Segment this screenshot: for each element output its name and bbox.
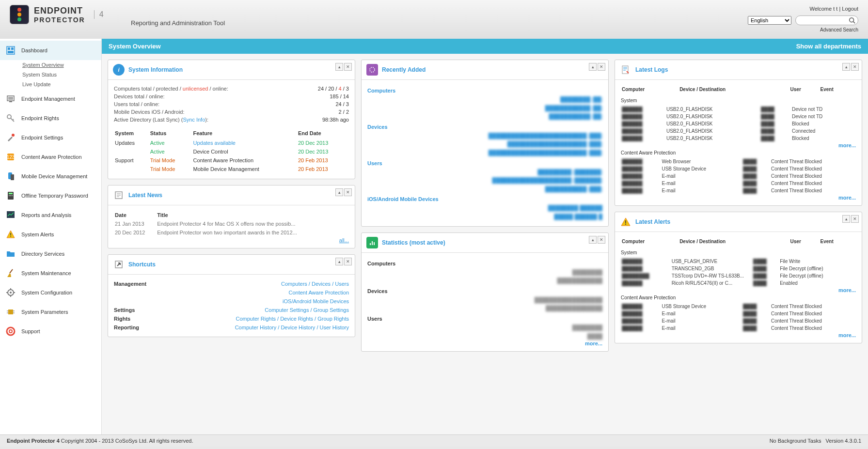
sidebar-sub-live-update[interactable]: Live Update bbox=[22, 79, 101, 89]
blurred-data: ████████ ███████████ ██████ █ bbox=[367, 204, 602, 221]
sidebar-item-mobile-device[interactable]: Mobile Device Management bbox=[0, 167, 101, 186]
logout-link[interactable]: Logout bbox=[842, 6, 858, 12]
latest-alerts-panel: ! Latest Alerts ▴✕ ComputerDevice / Dest… bbox=[615, 212, 862, 343]
close-button[interactable]: ✕ bbox=[851, 63, 859, 71]
chart-icon bbox=[5, 209, 16, 221]
folder-icon bbox=[5, 248, 16, 260]
sidebar-item-system-maintenance[interactable]: System Maintenance bbox=[0, 263, 101, 283]
svg-text:!: ! bbox=[625, 219, 627, 226]
svg-rect-4 bbox=[11, 47, 14, 50]
panel-title: Latest Alerts bbox=[635, 218, 670, 225]
collapse-button[interactable]: ▴ bbox=[842, 63, 850, 71]
collapse-button[interactable]: ▴ bbox=[335, 258, 343, 265]
sidebar-item-label: System Parameters bbox=[21, 309, 68, 315]
svg-line-11 bbox=[13, 119, 14, 120]
sidebar-item-label: Offline Temporary Password bbox=[21, 193, 88, 199]
more-link[interactable]: more... bbox=[838, 332, 856, 338]
news-all-link[interactable]: all... bbox=[339, 237, 349, 243]
sidebar-item-system-alerts[interactable]: !System Alerts bbox=[0, 225, 101, 244]
svg-text:123: 123 bbox=[7, 155, 15, 160]
svg-point-36 bbox=[7, 327, 15, 335]
blurred-data: ████████████████████ bbox=[367, 268, 602, 285]
collapse-button[interactable]: ▴ bbox=[335, 188, 343, 196]
panel-title: Statistics (most active) bbox=[382, 239, 445, 246]
sync-info-link[interactable]: Sync Info bbox=[183, 117, 205, 123]
collapse-button[interactable]: ▴ bbox=[842, 215, 850, 223]
sidebar-item-label: Dashboard bbox=[21, 47, 47, 53]
sidebar-sub-system-status[interactable]: System Status bbox=[22, 70, 101, 79]
search-icon[interactable] bbox=[849, 17, 855, 24]
shortcut-link[interactable]: Computers / Devices / Users bbox=[281, 281, 349, 287]
gear-icon bbox=[5, 287, 16, 298]
version-text: Version 4.3.0.1 bbox=[826, 438, 861, 444]
shortcut-link[interactable]: Content Aware Protection bbox=[288, 290, 349, 295]
close-button[interactable]: ✕ bbox=[851, 215, 859, 223]
tagline: Reporting and Administration Tool bbox=[131, 19, 225, 27]
section-mobile: iOS/Android Mobile Devices bbox=[367, 193, 602, 204]
svg-rect-46 bbox=[374, 242, 375, 245]
more-link[interactable]: more... bbox=[838, 287, 856, 293]
panel-title: Latest Logs bbox=[635, 66, 668, 73]
shortcut-link[interactable]: Computer Settings / Group Settings bbox=[265, 307, 349, 313]
svg-rect-45 bbox=[372, 241, 373, 245]
svg-rect-18 bbox=[9, 193, 13, 194]
advanced-search-link[interactable]: Advanced Search bbox=[748, 27, 858, 32]
collapse-button[interactable]: ▴ bbox=[589, 236, 597, 244]
svg-point-37 bbox=[9, 330, 12, 333]
shortcuts-panel: Shortcuts ▴✕ ManagementComputers / Devic… bbox=[108, 254, 355, 337]
svg-rect-19 bbox=[9, 195, 10, 196]
sidebar-item-reports[interactable]: Reports and Analysis bbox=[0, 205, 101, 225]
brand-name-1: ENDPOINT bbox=[34, 6, 85, 16]
language-select[interactable]: English bbox=[748, 16, 791, 25]
more-link[interactable]: more... bbox=[585, 341, 602, 346]
page-title: System Overview bbox=[109, 43, 161, 50]
svg-rect-44 bbox=[370, 243, 371, 245]
close-button[interactable]: ✕ bbox=[344, 63, 352, 71]
shortcut-link[interactable]: iOS/Android Mobile Devices bbox=[283, 298, 349, 304]
svg-point-9 bbox=[7, 115, 11, 119]
svg-rect-16 bbox=[11, 174, 14, 180]
logs-icon bbox=[620, 64, 631, 76]
svg-rect-21 bbox=[12, 195, 13, 196]
more-link[interactable]: more... bbox=[838, 195, 856, 201]
svg-line-1 bbox=[853, 22, 855, 24]
sidebar-item-endpoint-settings[interactable]: Endpoint Settings bbox=[0, 128, 101, 147]
shortcut-link[interactable]: Computer History / Device History / User… bbox=[235, 325, 349, 330]
info-icon: i bbox=[113, 64, 125, 76]
close-button[interactable]: ✕ bbox=[598, 236, 605, 244]
svg-point-12 bbox=[12, 134, 15, 137]
sidebar-item-offline-password[interactable]: Offline Temporary Password bbox=[0, 186, 101, 205]
svg-text:!: ! bbox=[10, 232, 12, 238]
sidebar-item-content-aware[interactable]: 123Content Aware Protection bbox=[0, 147, 101, 167]
key-icon bbox=[5, 112, 16, 124]
section-users: Users bbox=[367, 157, 602, 168]
shortcut-link[interactable]: Computer Rights / Device Rights / Group … bbox=[236, 316, 349, 322]
dashboard-icon bbox=[5, 45, 16, 56]
sidebar-item-label: Endpoint Management bbox=[21, 96, 75, 102]
close-button[interactable]: ✕ bbox=[344, 258, 352, 265]
stats-icon bbox=[366, 237, 378, 248]
sidebar-item-directory-services[interactable]: Directory Services bbox=[0, 244, 101, 263]
close-button[interactable]: ✕ bbox=[598, 63, 605, 71]
sidebar-item-label: Endpoint Rights bbox=[21, 115, 59, 121]
collapse-button[interactable]: ▴ bbox=[335, 63, 343, 71]
sidebar-item-label: Reports and Analysis bbox=[21, 212, 71, 218]
sidebar-sub-system-overview[interactable]: System Overview bbox=[22, 60, 101, 70]
sidebar-item-endpoint-management[interactable]: Endpoint Management bbox=[0, 89, 101, 108]
sidebar-item-support[interactable]: Support bbox=[0, 322, 101, 341]
sidebar-item-system-configuration[interactable]: System Configuration bbox=[0, 283, 101, 302]
recently-added-panel: Recently Added ▴✕ Computers ████████ [██… bbox=[361, 60, 609, 227]
sidebar-item-endpoint-rights[interactable]: Endpoint Rights bbox=[0, 108, 101, 128]
collapse-button[interactable]: ▴ bbox=[589, 63, 597, 71]
sidebar-item-dashboard[interactable]: Dashboard bbox=[0, 41, 101, 60]
lifebuoy-icon bbox=[5, 325, 16, 337]
close-button[interactable]: ✕ bbox=[344, 188, 352, 196]
version-badge: 4 bbox=[94, 10, 104, 19]
statistics-panel: Statistics (most active) ▴✕ Computers ██… bbox=[361, 232, 609, 352]
show-all-departments-link[interactable]: Show all departments bbox=[796, 43, 861, 50]
alert-icon: ! bbox=[5, 229, 16, 240]
more-link[interactable]: more... bbox=[838, 142, 856, 148]
sidebar-item-system-parameters[interactable]: System Parameters bbox=[0, 302, 101, 322]
blurred-data: █████████████████████████████████ bbox=[367, 296, 602, 313]
welcome-text: Welcome t t bbox=[809, 6, 837, 12]
